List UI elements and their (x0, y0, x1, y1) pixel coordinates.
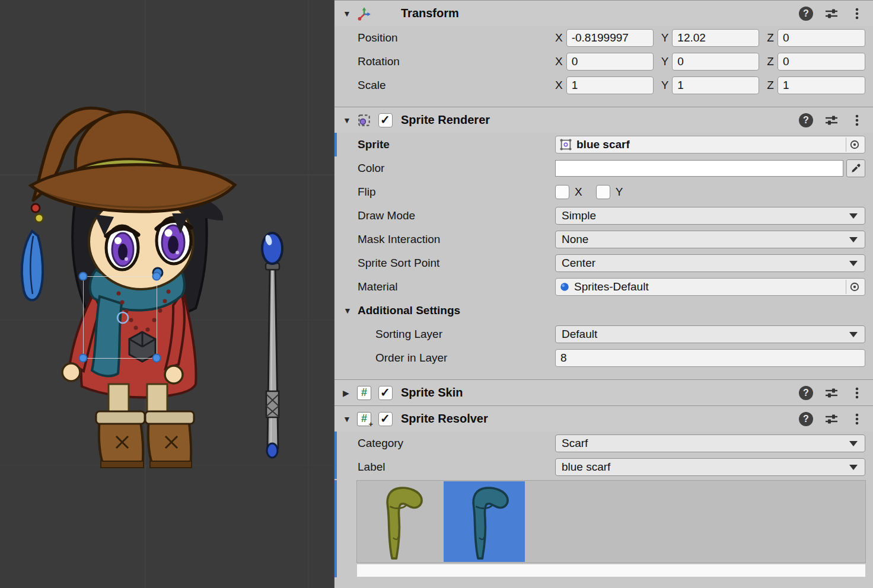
rotation-z-field[interactable] (778, 53, 865, 71)
sprite-sort-point-label: Sprite Sort Point (358, 257, 555, 270)
sprite-resolver-icon: #+ (356, 411, 372, 427)
help-icon[interactable] (798, 6, 814, 21)
more-options-icon[interactable] (849, 113, 865, 128)
axis-y-label: Y (661, 55, 669, 68)
sprite-resolver-header[interactable]: #+ Sprite Resolver (334, 405, 873, 432)
staff-sprite[interactable] (262, 233, 282, 458)
label-dropdown[interactable]: blue scarf (555, 458, 865, 476)
foldout-open-icon[interactable] (343, 116, 356, 124)
foldout-open-icon[interactable] (343, 415, 356, 423)
foldout-open-icon[interactable] (343, 9, 356, 18)
additional-settings-foldout[interactable]: Additional Settings (334, 299, 873, 322)
color-swatch[interactable] (555, 160, 843, 177)
mask-interaction-value: None (562, 233, 588, 246)
material-field-value: Sprites-Default (574, 280, 649, 293)
component-title: Sprite Renderer (401, 113, 490, 127)
object-picker-icon[interactable] (846, 138, 863, 152)
chevron-down-icon (849, 332, 858, 337)
material-row: Material Sprites-Default (334, 275, 873, 299)
character-sprite[interactable] (22, 108, 235, 468)
flip-y-checkbox[interactable] (596, 185, 610, 199)
material-object-field[interactable]: Sprites-Default (555, 278, 865, 296)
position-y-field[interactable] (672, 29, 759, 47)
sprite-object-field[interactable]: blue scarf (555, 136, 865, 154)
category-label: Category (358, 437, 555, 450)
sprite-skin-icon: # (356, 385, 372, 401)
sprite-row: Sprite blue scarf (334, 133, 873, 156)
sprite-sort-point-row: Sprite Sort Point Center (334, 251, 873, 275)
foldout-open-icon[interactable] (343, 306, 358, 315)
hat-beads-feather (22, 204, 43, 300)
component-enabled-checkbox[interactable] (378, 386, 393, 400)
position-row: Position X Y Z (334, 26, 873, 50)
transform-header[interactable]: Transform (334, 0, 873, 26)
scale-x-field[interactable] (566, 76, 654, 94)
thumbnail-scrollbar[interactable] (356, 564, 866, 577)
flip-x-label: X (575, 186, 582, 199)
sprite-sort-point-dropdown[interactable]: Center (555, 254, 865, 272)
presets-icon[interactable] (824, 411, 839, 427)
axis-x-label: X (555, 31, 563, 44)
mask-interaction-dropdown[interactable]: None (555, 231, 865, 248)
component-title: Sprite Resolver (401, 412, 488, 426)
scale-y-field[interactable] (672, 76, 759, 94)
draw-mode-label: Draw Mode (358, 209, 555, 222)
position-z-field[interactable] (778, 29, 865, 47)
more-options-icon[interactable] (849, 411, 865, 427)
additional-settings-label: Additional Settings (358, 304, 460, 317)
inspector-panel: Transform Position X Y (334, 0, 873, 588)
presets-icon[interactable] (824, 6, 839, 21)
position-label: Position (358, 31, 555, 44)
axis-y-label: Y (661, 79, 669, 92)
axis-z-label: Z (767, 55, 774, 68)
order-in-layer-label: Order in Layer (358, 351, 555, 365)
rotation-x-field[interactable] (566, 53, 654, 71)
scale-row: Scale X Y Z (334, 74, 873, 97)
axis-x-label: X (555, 79, 563, 92)
more-options-icon[interactable] (849, 6, 865, 21)
label-label: Label (358, 461, 555, 474)
draw-mode-dropdown[interactable]: Simple (555, 207, 865, 225)
mask-interaction-label: Mask Interaction (358, 233, 555, 246)
position-x-field[interactable] (566, 29, 654, 47)
help-icon[interactable] (798, 113, 814, 128)
chevron-down-icon (849, 213, 858, 219)
object-picker-icon[interactable] (846, 280, 863, 294)
chevron-down-icon (849, 465, 858, 470)
order-in-layer-row: Order in Layer (334, 346, 873, 370)
material-icon (559, 282, 570, 292)
material-label: Material (358, 280, 555, 293)
more-options-icon[interactable] (849, 385, 865, 401)
sorting-layer-value: Default (562, 328, 597, 341)
scarf-thumbnail-blue[interactable] (444, 481, 525, 562)
sprite-renderer-header[interactable]: Sprite Renderer (334, 107, 873, 133)
component-enabled-checkbox[interactable] (378, 412, 393, 426)
chevron-down-icon (849, 237, 858, 242)
help-icon[interactable] (798, 385, 814, 401)
component-enabled-checkbox[interactable] (378, 113, 393, 127)
sprite-skin-header[interactable]: # Sprite Skin (334, 379, 873, 405)
help-icon[interactable] (798, 411, 814, 427)
eyedropper-icon[interactable] (846, 159, 865, 177)
rotation-y-field[interactable] (672, 53, 759, 71)
flip-label: Flip (358, 186, 555, 199)
sprite-icon (559, 138, 572, 151)
axis-z-label: Z (767, 79, 774, 92)
scarf-thumbnail-green[interactable] (358, 481, 439, 562)
sprite-renderer-icon (356, 112, 372, 129)
sprite-resolver-component: #+ Sprite Resolver Category (334, 405, 873, 577)
label-row: Label blue scarf (334, 455, 873, 479)
scene-view[interactable] (0, 0, 334, 588)
flip-x-checkbox[interactable] (555, 185, 569, 199)
foldout-closed-icon[interactable] (343, 389, 356, 397)
presets-icon[interactable] (824, 385, 839, 401)
category-dropdown[interactable]: Scarf (555, 434, 865, 452)
sorting-layer-dropdown[interactable]: Default (555, 325, 865, 343)
category-row: Category Scarf (334, 432, 873, 455)
draw-mode-value: Simple (562, 209, 596, 222)
color-label: Color (358, 162, 555, 175)
presets-icon[interactable] (824, 113, 839, 128)
order-in-layer-field[interactable] (555, 349, 865, 367)
sorting-layer-label: Sorting Layer (358, 328, 555, 341)
scale-z-field[interactable] (778, 76, 865, 94)
